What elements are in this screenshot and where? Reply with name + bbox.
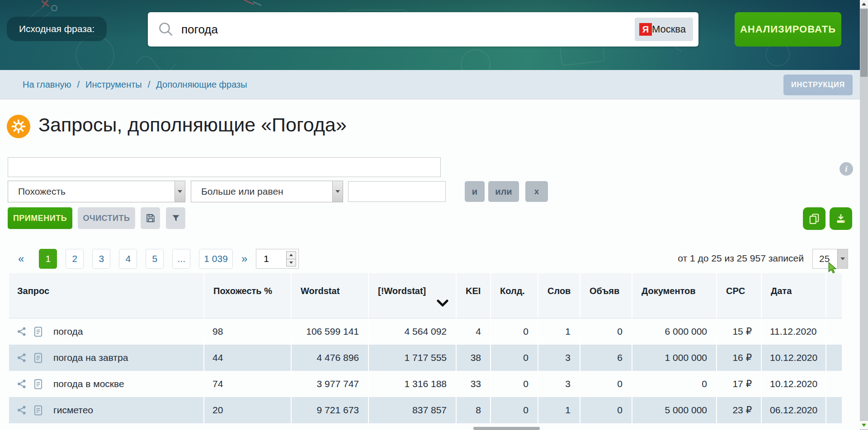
cell-wordstat: 3 977 747 bbox=[291, 371, 368, 397]
share-icon[interactable] bbox=[16, 352, 27, 363]
filter-presets-button[interactable] bbox=[166, 207, 185, 229]
breadcrumb-separator: / bbox=[148, 79, 151, 90]
page-spinner bbox=[286, 251, 296, 266]
phrase-text[interactable]: погода в москве bbox=[53, 379, 124, 389]
vertical-scrollbar[interactable] bbox=[860, 0, 868, 430]
scroll-up-button[interactable] bbox=[860, 0, 868, 8]
filter-remove-button[interactable]: x bbox=[525, 181, 548, 202]
breadcrumb-tools[interactable]: Инструменты bbox=[85, 79, 142, 90]
page-button[interactable]: 4 bbox=[119, 249, 137, 269]
column-header-cpc[interactable]: CPC bbox=[716, 273, 761, 318]
chevron-down-icon bbox=[178, 190, 182, 193]
share-icon[interactable] bbox=[16, 379, 27, 389]
cell-documents: 0 bbox=[632, 371, 716, 397]
page-ellipsis[interactable]: ... bbox=[172, 249, 190, 269]
page-button[interactable]: 2 bbox=[66, 249, 84, 269]
cell-exact-wordstat: 1 717 555 bbox=[368, 345, 456, 371]
sort-desc-icon[interactable] bbox=[437, 299, 448, 307]
column-header-query[interactable]: Запрос bbox=[9, 273, 203, 318]
gear-icon bbox=[7, 115, 30, 138]
cell-date: 11.12.2020 bbox=[761, 318, 826, 345]
page-button[interactable]: 3 bbox=[92, 249, 110, 269]
page-button[interactable]: 1 039 bbox=[199, 249, 233, 269]
cell-ads: 6 bbox=[580, 345, 632, 371]
pagination-pages: 12345...1 039 bbox=[39, 249, 233, 269]
filter-or-button[interactable]: или bbox=[488, 181, 519, 202]
column-header-date[interactable]: Дата bbox=[761, 273, 826, 318]
page-size-value: 25 bbox=[813, 253, 837, 264]
cell-words: 1 bbox=[538, 397, 580, 423]
info-icon[interactable]: i bbox=[840, 162, 853, 176]
breadcrumb-separator: / bbox=[77, 79, 80, 90]
filter-value-input[interactable] bbox=[349, 186, 477, 197]
page-size-select[interactable]: 25 bbox=[812, 249, 848, 269]
region-selector-button[interactable]: Я Москва bbox=[635, 18, 693, 41]
pagination-prev[interactable]: « bbox=[18, 252, 24, 265]
top-header: Исходная фраза: Я Москва АНАЛИЗИРОВАТЬ bbox=[0, 0, 860, 70]
page-button[interactable]: 5 bbox=[146, 249, 164, 269]
instruction-button[interactable]: ИНСТРУКЦИЯ bbox=[783, 75, 853, 95]
breadcrumb-current[interactable]: Дополняющие фразы bbox=[156, 79, 247, 90]
document-icon[interactable] bbox=[33, 379, 43, 389]
breadcrumb-home[interactable]: На главную bbox=[23, 79, 71, 90]
apply-button[interactable]: ПРИМЕНИТЬ bbox=[8, 207, 72, 229]
filter-phrase-input[interactable] bbox=[8, 157, 441, 177]
analyze-button[interactable]: АНАЛИЗИРОВАТЬ bbox=[735, 12, 841, 47]
search-icon bbox=[158, 21, 174, 37]
column-header-documents[interactable]: Документов bbox=[632, 273, 716, 318]
cell-kei: 38 bbox=[456, 345, 490, 371]
source-phrase-label: Исходная фраза: bbox=[7, 17, 107, 41]
filter-operator-select[interactable]: Больше или равен bbox=[191, 181, 343, 202]
chevron-down-icon bbox=[840, 257, 845, 260]
spinner-down-button[interactable] bbox=[287, 259, 296, 266]
cell-date: 10.12.2020 bbox=[761, 345, 826, 371]
share-icon[interactable] bbox=[16, 326, 27, 337]
scrollbar-thumb[interactable] bbox=[860, 9, 868, 77]
column-header-ads[interactable]: Объяв bbox=[580, 273, 632, 318]
cell-words: 3 bbox=[538, 345, 580, 371]
cell-exact-wordstat: 1 316 188 bbox=[368, 371, 456, 397]
cell-documents: 1 000 000 bbox=[632, 345, 716, 371]
cell-date: 10.12.2020 bbox=[761, 371, 826, 397]
phrase-text[interactable]: погода на завтра bbox=[53, 352, 128, 363]
filter-field-select[interactable]: Похожесть bbox=[8, 181, 185, 202]
cell-similarity: 44 bbox=[203, 345, 291, 371]
column-header-kold[interactable]: Колд. bbox=[490, 273, 538, 318]
table-header-row: Запрос Похожесть % Wordstat [!Wordstat] … bbox=[9, 273, 842, 318]
pagination-next[interactable]: » bbox=[241, 252, 247, 265]
horizontal-scrollbar-thumb[interactable] bbox=[473, 427, 540, 430]
search-bar: Я Москва bbox=[148, 12, 698, 47]
document-icon[interactable] bbox=[33, 405, 43, 416]
filter-and-button[interactable]: и bbox=[465, 181, 485, 202]
column-header-empty bbox=[826, 273, 842, 318]
column-header-wordstat[interactable]: Wordstat bbox=[291, 273, 368, 318]
copy-results-button[interactable] bbox=[803, 207, 826, 230]
column-header-words[interactable]: Слов bbox=[538, 273, 580, 318]
scroll-down-button[interactable] bbox=[860, 421, 868, 429]
column-header-kei[interactable]: KEI bbox=[456, 273, 490, 318]
cell-similarity: 98 bbox=[203, 318, 291, 345]
page-number-input[interactable] bbox=[256, 253, 286, 265]
search-input[interactable] bbox=[174, 15, 635, 43]
phrase-text[interactable]: погода bbox=[53, 326, 83, 337]
column-header-exact-wordstat[interactable]: [!Wordstat] bbox=[368, 273, 456, 318]
cell-wordstat: 106 599 141 bbox=[291, 318, 368, 345]
page-button[interactable]: 1 bbox=[39, 249, 57, 269]
document-icon[interactable] bbox=[33, 326, 43, 337]
clear-button[interactable]: ОЧИСТИТЬ bbox=[78, 207, 135, 229]
filter-operator-value: Больше или равен bbox=[191, 186, 332, 197]
spinner-up-button[interactable] bbox=[287, 252, 296, 259]
document-icon[interactable] bbox=[33, 352, 43, 363]
cell-similarity: 20 bbox=[203, 397, 291, 423]
save-filter-button[interactable] bbox=[141, 207, 160, 229]
cell-ads: 0 bbox=[580, 371, 632, 397]
cell-exact-wordstat: 4 564 092 bbox=[368, 318, 456, 345]
phrase-text[interactable]: гисметео bbox=[53, 405, 93, 416]
share-icon[interactable] bbox=[16, 405, 27, 416]
download-results-button[interactable] bbox=[830, 207, 852, 230]
funnel-icon bbox=[171, 214, 180, 223]
cell-empty bbox=[826, 371, 842, 397]
breadcrumb: На главную / Инструменты / Дополняющие ф… bbox=[0, 70, 860, 99]
cell-cpc: 16 ₽ bbox=[716, 345, 761, 371]
column-header-similarity[interactable]: Похожесть % bbox=[203, 273, 291, 318]
